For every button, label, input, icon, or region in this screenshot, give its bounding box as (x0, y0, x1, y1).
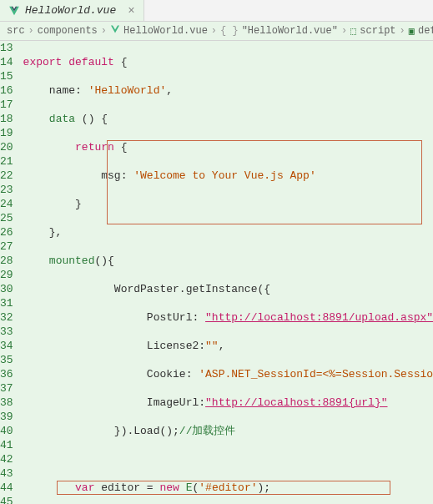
breadcrumb: src › components › HelloWorld.vue › { } … (0, 22, 433, 41)
chevron-right-icon: › (341, 25, 347, 37)
chevron-right-icon: › (28, 25, 34, 37)
braces-icon: { } (220, 25, 239, 37)
tab-label: HelloWorld.vue (25, 4, 116, 17)
code-area[interactable]: export default { name: 'HelloWorld', dat… (23, 41, 433, 504)
breadcrumb-item[interactable]: HelloWorld.vue (123, 25, 208, 37)
breadcrumb-item[interactable]: defaul (418, 25, 433, 37)
chevron-right-icon: › (211, 25, 217, 37)
breadcrumb-item[interactable]: script (360, 25, 395, 37)
chevron-right-icon: › (400, 25, 405, 37)
vue-icon (8, 5, 20, 17)
script-icon: ⬚ (350, 25, 356, 38)
code-editor[interactable]: 1314151617181920212223242526272829303132… (0, 41, 433, 504)
vue-icon (110, 24, 120, 38)
breadcrumb-item[interactable]: components (38, 25, 98, 37)
close-icon[interactable]: × (128, 4, 134, 18)
tab-bar: HelloWorld.vue × (0, 0, 433, 22)
breadcrumb-item[interactable]: src (7, 25, 25, 37)
cube-icon: ▣ (409, 25, 415, 38)
tab-helloworld[interactable]: HelloWorld.vue × (0, 0, 144, 21)
breadcrumb-item[interactable]: "HelloWorld.vue" (242, 25, 338, 37)
line-gutter: 1314151617181920212223242526272829303132… (0, 41, 23, 504)
chevron-right-icon: › (101, 25, 107, 37)
